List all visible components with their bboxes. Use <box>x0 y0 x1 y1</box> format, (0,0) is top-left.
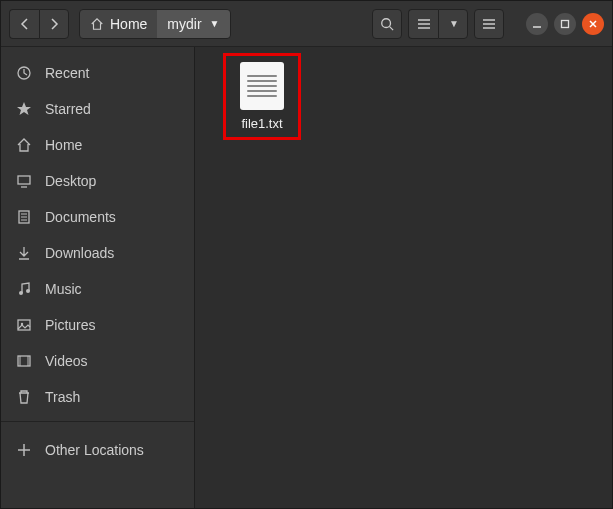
trash-icon <box>15 389 33 405</box>
svg-rect-9 <box>562 20 569 27</box>
clock-icon <box>15 65 33 81</box>
sidebar-item-label: Recent <box>45 65 89 81</box>
sidebar-item-label: Home <box>45 137 82 153</box>
view-dropdown-button[interactable]: ▼ <box>438 9 468 39</box>
hamburger-icon <box>482 18 496 30</box>
view-list-button[interactable] <box>408 9 438 39</box>
sidebar-item-other-locations[interactable]: Other Locations <box>1 432 194 468</box>
maximize-button[interactable] <box>554 13 576 35</box>
minimize-button[interactable] <box>526 13 548 35</box>
maximize-icon <box>560 19 570 29</box>
body: Recent Starred Home Desktop Documents Do… <box>1 47 612 508</box>
videos-icon <box>15 353 33 369</box>
sidebar-item-label: Music <box>45 281 82 297</box>
svg-point-20 <box>26 289 30 293</box>
chevron-right-icon <box>49 18 59 30</box>
download-icon <box>15 245 33 261</box>
star-icon <box>15 101 33 117</box>
file-label: file1.txt <box>241 116 282 131</box>
sidebar-item-pictures[interactable]: Pictures <box>1 307 194 343</box>
home-icon <box>15 137 33 153</box>
path-home-label: Home <box>110 16 147 32</box>
path-segment-current[interactable]: mydir ▼ <box>157 10 229 38</box>
music-icon <box>15 281 33 297</box>
svg-point-19 <box>19 291 23 295</box>
chevron-left-icon <box>20 18 30 30</box>
toolbar: Home mydir ▼ ▼ <box>1 1 612 47</box>
back-button[interactable] <box>9 9 39 39</box>
content-area[interactable]: file1.txt <box>195 47 612 508</box>
path-segment-home[interactable]: Home <box>80 10 157 38</box>
documents-icon <box>15 209 33 225</box>
sidebar-item-desktop[interactable]: Desktop <box>1 163 194 199</box>
sidebar-item-home[interactable]: Home <box>1 127 194 163</box>
sidebar-item-label: Trash <box>45 389 80 405</box>
search-icon <box>380 17 394 31</box>
sidebar-item-downloads[interactable]: Downloads <box>1 235 194 271</box>
path-bar: Home mydir ▼ <box>79 9 231 39</box>
close-button[interactable] <box>582 13 604 35</box>
forward-button[interactable] <box>39 9 69 39</box>
minimize-icon <box>532 19 542 29</box>
sidebar-item-documents[interactable]: Documents <box>1 199 194 235</box>
plus-icon <box>15 443 33 457</box>
right-controls: ▼ <box>372 9 604 39</box>
close-icon <box>588 19 598 29</box>
sidebar-item-label: Videos <box>45 353 88 369</box>
search-button[interactable] <box>372 9 402 39</box>
file-manager-window: Home mydir ▼ ▼ <box>0 0 613 509</box>
text-file-icon <box>240 62 284 110</box>
dropdown-icon: ▼ <box>210 18 220 29</box>
file-item[interactable]: file1.txt <box>223 53 301 140</box>
path-current-label: mydir <box>167 16 201 32</box>
sidebar-item-label: Starred <box>45 101 91 117</box>
dropdown-icon: ▼ <box>449 18 459 29</box>
sidebar-item-trash[interactable]: Trash <box>1 379 194 415</box>
sidebar-item-label: Desktop <box>45 173 96 189</box>
sidebar-item-music[interactable]: Music <box>1 271 194 307</box>
sidebar-item-videos[interactable]: Videos <box>1 343 194 379</box>
home-icon <box>90 17 104 31</box>
menu-button[interactable] <box>474 9 504 39</box>
pictures-icon <box>15 317 33 333</box>
sidebar-item-label: Other Locations <box>45 442 144 458</box>
svg-rect-13 <box>18 176 30 184</box>
desktop-icon <box>15 173 33 189</box>
nav-group <box>9 9 69 39</box>
svg-point-0 <box>382 18 391 27</box>
sidebar-item-label: Downloads <box>45 245 114 261</box>
sidebar-item-starred[interactable]: Starred <box>1 91 194 127</box>
sidebar-item-label: Pictures <box>45 317 96 333</box>
svg-line-1 <box>390 26 394 30</box>
list-icon <box>417 18 431 30</box>
sidebar: Recent Starred Home Desktop Documents Do… <box>1 47 195 508</box>
sidebar-item-recent[interactable]: Recent <box>1 55 194 91</box>
sidebar-item-label: Documents <box>45 209 116 225</box>
sidebar-divider <box>1 421 194 422</box>
